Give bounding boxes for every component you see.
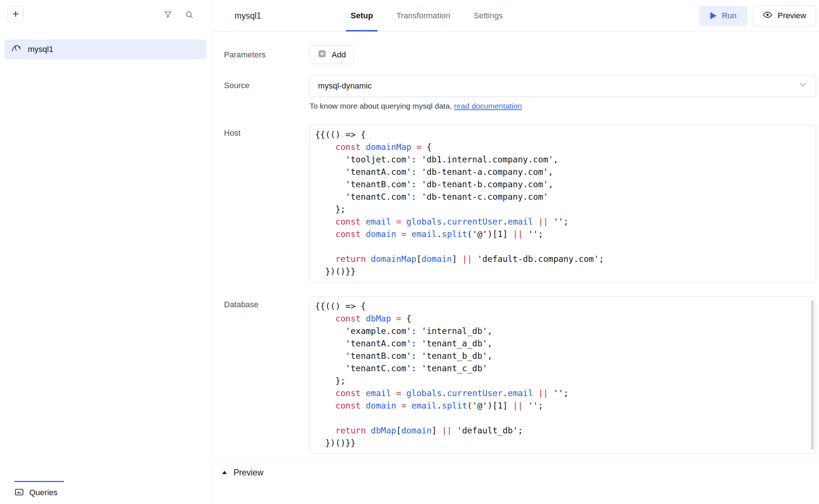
query-item-label: mysql1 [28, 45, 53, 54]
query-list: mysql1 [0, 40, 211, 59]
sidebar-bottom-bar: Queries [0, 481, 211, 504]
run-button[interactable]: Run [699, 6, 747, 26]
source-helper-text: To know more about querying mysql data, … [310, 102, 816, 110]
tab-setup[interactable]: Setup [346, 0, 378, 31]
host-row: Host {{(() => { const domainMap = { 'too… [224, 125, 819, 282]
host-label: Host [224, 125, 310, 282]
query-editor: + mysql1 [0, 0, 819, 504]
tab-transformation[interactable]: Transformation [392, 0, 455, 31]
preview-panel-header: Preview [211, 458, 819, 504]
query-setup-form: Parameters Add Source mysql-dynamic [211, 32, 819, 458]
read-documentation-link[interactable]: read documentation [454, 102, 522, 110]
database-code-editor[interactable]: {{(() => { const dbMap = { 'example.com'… [310, 296, 816, 454]
add-parameter-button[interactable]: Add [310, 45, 354, 64]
query-title: mysql1 [235, 11, 261, 21]
source-select-value: mysql-dynamic [318, 81, 372, 91]
source-row: Source mysql-dynamic To know more about … [224, 75, 819, 110]
add-parameter-label: Add [332, 50, 346, 60]
header-actions: Run Preview [699, 5, 816, 26]
tab-settings[interactable]: Settings [469, 0, 508, 31]
queries-icon [14, 487, 24, 498]
parameters-label: Parameters [224, 50, 310, 60]
preview-section-toggle[interactable]: Preview [221, 468, 263, 478]
queries-panel-tab[interactable]: Queries [14, 487, 57, 498]
database-label: Database [224, 296, 310, 454]
source-field: mysql-dynamic To know more about queryin… [310, 75, 816, 110]
sidebar-toolbar: + [0, 0, 211, 23]
play-icon [710, 12, 717, 19]
query-list-item-mysql1[interactable]: mysql1 [4, 40, 206, 59]
source-select[interactable]: mysql-dynamic [310, 75, 816, 97]
plus-icon: + [12, 8, 19, 20]
new-query-button[interactable]: + [7, 6, 24, 23]
queries-tab-label: Queries [29, 488, 57, 497]
database-field: {{(() => { const dbMap = { 'example.com'… [310, 296, 816, 454]
database-editor-scrollbar[interactable] [811, 300, 814, 450]
host-field: {{(() => { const domainMap = { 'tooljet.… [310, 125, 816, 282]
database-row: Database {{(() => { const dbMap = { 'exa… [224, 296, 819, 454]
host-code-editor[interactable]: {{(() => { const domainMap = { 'tooljet.… [310, 125, 816, 282]
eye-icon [763, 10, 773, 22]
mysql-icon [11, 43, 22, 56]
source-label: Source [224, 75, 310, 110]
chevron-down-icon [798, 80, 808, 92]
database-code-content: {{(() => { const dbMap = { 'example.com'… [315, 300, 801, 449]
caret-up-icon [221, 470, 228, 476]
query-tabs: Setup Transformation Settings [346, 0, 508, 31]
preview-section-label: Preview [233, 468, 263, 478]
source-helper-prefix: To know more about querying mysql data, [310, 102, 454, 110]
preview-button[interactable]: Preview [753, 5, 816, 26]
parameters-row: Parameters Add [224, 45, 819, 64]
sidebar-toolbar-icons [163, 10, 203, 19]
query-sidebar: + mysql1 [0, 0, 211, 504]
queries-tab-indicator [14, 481, 64, 482]
search-icon[interactable] [184, 10, 194, 19]
run-button-label: Run [722, 11, 736, 20]
preview-button-label: Preview [778, 11, 806, 20]
filter-icon[interactable] [163, 10, 173, 19]
parameters-field: Add [310, 45, 816, 64]
plus-square-icon [317, 49, 327, 61]
query-header: mysql1 Setup Transformation Settings Run… [211, 0, 819, 32]
query-detail-panel: mysql1 Setup Transformation Settings Run… [211, 0, 819, 504]
